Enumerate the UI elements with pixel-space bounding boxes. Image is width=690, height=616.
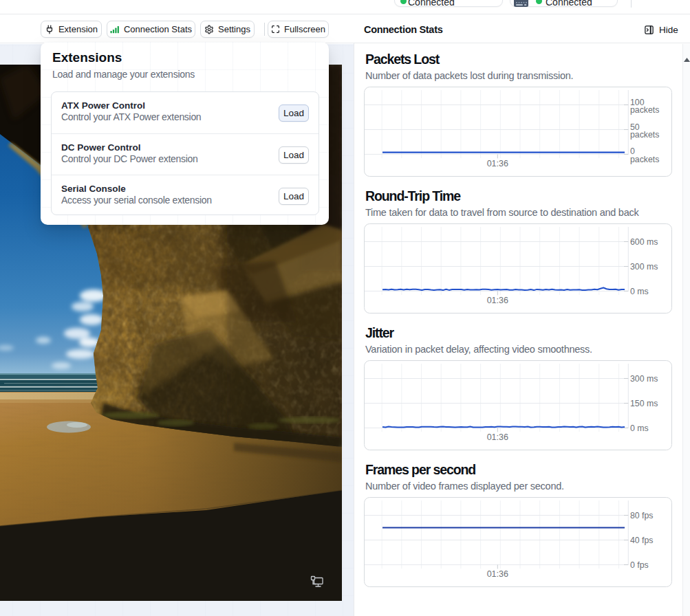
svg-text:packets: packets [630,105,659,115]
svg-text:300 ms: 300 ms [630,262,658,272]
svg-text:packets: packets [630,155,659,164]
svg-text:01:36: 01:36 [487,296,508,305]
svg-text:0 ms: 0 ms [630,424,649,433]
svg-text:01:36: 01:36 [487,159,508,168]
svg-text:packets: packets [630,130,659,140]
svg-text:01:36: 01:36 [487,432,508,442]
svg-text:01:36: 01:36 [487,569,508,579]
svg-text:0 fps: 0 fps [630,560,649,570]
svg-text:80 fps: 80 fps [630,511,654,520]
svg-text:600 ms: 600 ms [630,237,658,247]
svg-text:40 fps: 40 fps [630,536,654,545]
svg-text:150 ms: 150 ms [630,399,658,408]
svg-text:0 ms: 0 ms [630,287,649,296]
svg-text:300 ms: 300 ms [630,374,658,384]
